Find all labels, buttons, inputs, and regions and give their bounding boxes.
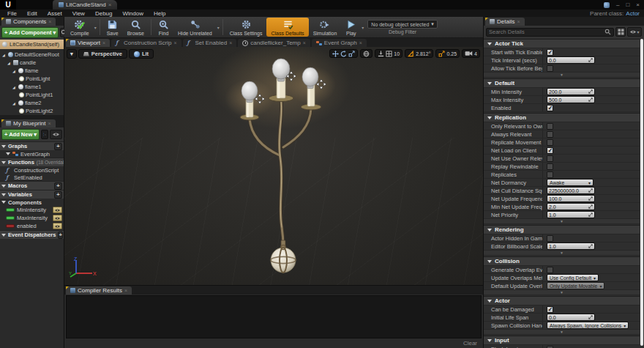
my-blueprint-row[interactable]: enabled xyxy=(0,222,64,230)
close-icon[interactable]: × xyxy=(108,1,112,8)
details-view-options-button[interactable] xyxy=(627,27,642,37)
show-advanced-arrow[interactable]: ▼ xyxy=(560,73,564,77)
property-checkbox[interactable] xyxy=(547,267,553,273)
maximize-button[interactable]: □ xyxy=(626,1,629,8)
add-icon[interactable]: + xyxy=(54,191,62,199)
expand-arrow-icon[interactable] xyxy=(2,53,7,57)
tab-candleflicker-timeline[interactable]: candleflicker_Temp × xyxy=(238,39,310,47)
world-coordinate-icon[interactable] xyxy=(363,51,370,57)
camera-speed-value[interactable]: 4 xyxy=(474,51,477,56)
expand-arrow-icon[interactable] xyxy=(1,145,6,148)
property-dropdown[interactable]: Always Spawn, Ignore Collisions xyxy=(547,322,629,329)
property-number-field[interactable]: 100.0 xyxy=(547,195,595,202)
class-defaults-button[interactable]: Class Defaults xyxy=(266,18,308,37)
compiler-results-log[interactable] xyxy=(66,295,482,338)
details-search[interactable] xyxy=(486,28,614,37)
blueprint-search-input[interactable] xyxy=(43,132,44,137)
value-slider-icon[interactable] xyxy=(588,212,593,217)
component-tree-item[interactable]: candle xyxy=(0,59,64,67)
close-button[interactable]: × xyxy=(636,1,640,8)
show-advanced-arrow[interactable]: ▼ xyxy=(560,291,564,295)
close-icon[interactable]: × xyxy=(173,40,176,45)
compile-button[interactable]: Compile xyxy=(66,17,94,37)
variable-visibility-toggle[interactable] xyxy=(53,215,62,221)
component-tree-item[interactable]: flame2 xyxy=(0,99,64,107)
expand-arrow-icon[interactable] xyxy=(1,185,6,188)
expand-arrow-icon[interactable] xyxy=(7,61,12,65)
property-checkbox[interactable] xyxy=(547,139,553,146)
value-slider-icon[interactable] xyxy=(588,188,593,193)
tab-construction-script[interactable]: ƒ Construction Scrip × xyxy=(111,39,181,47)
rotate-tool-icon[interactable] xyxy=(340,51,347,57)
variable-visibility-toggle[interactable] xyxy=(53,207,62,213)
tab-components[interactable]: Components × xyxy=(1,18,56,26)
menu-item[interactable]: Asset xyxy=(43,10,67,17)
chevron-down-icon[interactable] xyxy=(94,25,97,30)
close-icon[interactable]: × xyxy=(48,121,50,126)
expand-arrow-icon[interactable] xyxy=(1,161,6,164)
tab-viewport[interactable]: Viewport × xyxy=(66,39,110,47)
tab-compiler-results[interactable]: Compiler Results × xyxy=(66,286,132,295)
property-number-field[interactable]: 225000000.0 xyxy=(547,187,595,194)
close-icon[interactable]: × xyxy=(124,288,127,293)
property-checkbox[interactable] xyxy=(547,171,553,178)
my-blueprint-row[interactable]: Graphs + xyxy=(0,141,64,150)
blueprint-search[interactable] xyxy=(41,130,48,139)
viewport-3d[interactable]: Perspective Lit xyxy=(64,47,483,286)
browse-button[interactable]: Browse xyxy=(123,17,149,37)
add-icon[interactable]: + xyxy=(54,182,62,190)
component-tree-item[interactable]: DefaultSceneRoot xyxy=(0,51,64,59)
close-icon[interactable]: × xyxy=(102,40,105,45)
menu-item[interactable]: View xyxy=(68,10,89,17)
expand-arrow-icon[interactable] xyxy=(12,85,17,89)
property-checkbox[interactable] xyxy=(547,49,553,56)
expand-arrow-icon[interactable] xyxy=(12,69,17,73)
my-blueprint-row[interactable]: Variables + xyxy=(0,190,64,199)
component-tree-item[interactable]: PointLight1 xyxy=(0,91,64,99)
property-checkbox[interactable] xyxy=(547,123,553,130)
save-button[interactable]: Save xyxy=(102,17,123,37)
property-dropdown[interactable]: Only Update Movable xyxy=(547,282,604,289)
my-blueprint-row[interactable]: Components xyxy=(0,199,64,206)
rotation-snap-value[interactable]: 2.812° xyxy=(416,51,430,56)
property-checkbox[interactable] xyxy=(547,105,553,111)
my-blueprint-row[interactable]: ƒ SetEnabled xyxy=(0,174,64,181)
clear-button[interactable]: Clear xyxy=(463,340,477,347)
tab-event-graph[interactable]: Event Graph × xyxy=(312,39,367,47)
menu-item[interactable]: Window xyxy=(118,10,147,17)
property-number-field[interactable]: 0.0 xyxy=(547,56,595,64)
property-number-field[interactable]: 500.0 xyxy=(547,96,595,103)
show-advanced-arrow[interactable]: ▼ xyxy=(560,330,564,334)
my-blueprint-row[interactable]: Event Dispatchers + xyxy=(0,230,64,239)
tab-details[interactable]: Details × xyxy=(485,18,525,26)
surface-snap-icon[interactable] xyxy=(378,51,384,57)
find-button[interactable]: Find xyxy=(154,17,173,37)
play-button[interactable]: Play xyxy=(341,17,361,37)
value-slider-icon[interactable] xyxy=(588,315,593,319)
chevron-down-icon[interactable] xyxy=(361,25,364,30)
show-advanced-arrow[interactable]: ▼ xyxy=(560,251,564,255)
value-slider-icon[interactable] xyxy=(588,244,593,248)
property-number-field[interactable]: 1.0 xyxy=(547,211,595,218)
my-blueprint-row[interactable]: Functions (18 Overridable) + xyxy=(0,158,64,166)
expand-arrow-icon[interactable] xyxy=(1,234,6,237)
menu-item[interactable]: File xyxy=(3,10,21,17)
my-blueprint-row[interactable]: MinIntensity xyxy=(0,206,64,214)
details-search-input[interactable] xyxy=(489,29,604,35)
menu-item[interactable]: Help xyxy=(149,10,170,17)
rotation-snap-icon[interactable] xyxy=(408,51,414,57)
minimize-button[interactable]: – xyxy=(616,1,619,8)
close-icon[interactable]: × xyxy=(48,19,51,24)
component-tree-item[interactable]: flame1 xyxy=(0,83,64,91)
hide-unrelated-button[interactable]: Hide Unrelated xyxy=(173,17,217,37)
value-slider-icon[interactable] xyxy=(588,58,593,62)
expand-arrow-icon[interactable] xyxy=(1,201,6,204)
menu-item[interactable]: Debug xyxy=(91,10,117,17)
asset-window-tab[interactable]: LitCandleStand × xyxy=(53,0,117,10)
my-blueprint-row[interactable]: EventGraph xyxy=(0,150,64,158)
scale-tool-icon[interactable] xyxy=(348,51,355,57)
property-checkbox[interactable] xyxy=(547,306,553,313)
property-checkbox[interactable] xyxy=(547,147,553,154)
my-blueprint-row[interactable]: Macros + xyxy=(0,181,64,190)
perspective-button[interactable]: Perspective xyxy=(78,49,127,59)
